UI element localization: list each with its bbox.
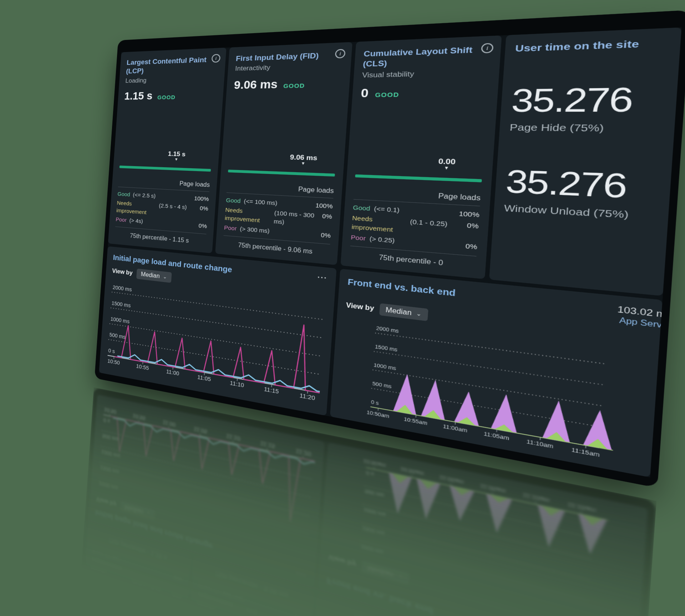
legend-name: Good	[352, 203, 370, 213]
svg-text:500 ms: 500 ms	[372, 380, 392, 389]
card-subtitle: Visual stability	[362, 68, 489, 79]
svg-text:1000 ms: 1000 ms	[110, 316, 130, 325]
view-by-dropdown[interactable]: Median ⌄	[379, 303, 428, 321]
legend-threshold: (100 ms - 300 ms)	[273, 209, 319, 229]
scene: i Largest Contentful Paint (LCP) Loading…	[106, 40, 534, 616]
view-by-label: View by	[112, 268, 133, 277]
bar-marker: 0.00 ▼	[438, 157, 456, 170]
legend-name: Good	[226, 196, 241, 205]
section-label: Page loads	[227, 183, 334, 199]
svg-text:0 s: 0 s	[108, 348, 115, 355]
svg-text:2000 ms: 2000 ms	[376, 325, 399, 334]
section-label: Page loads	[354, 188, 481, 206]
metric-value: 9.06 ms	[234, 78, 278, 92]
status-badge: GOOD	[375, 91, 400, 98]
legend-pct: 0%	[198, 221, 207, 230]
card-title: First Input Delay (FID)	[235, 50, 344, 63]
legend-pct: 100%	[458, 209, 480, 220]
chart-title: Front end vs. back end	[347, 277, 456, 298]
legend-name: Needs improvement	[224, 206, 271, 225]
svg-text:1000 ms: 1000 ms	[374, 362, 396, 371]
value-row: 1.15 s GOOD	[124, 89, 217, 102]
svg-text:10:55: 10:55	[136, 363, 149, 371]
legend-name: Good	[117, 190, 131, 198]
ellipsis-menu-icon[interactable]: ⋯	[317, 274, 328, 281]
metric-label: Page Hide (75%)	[509, 122, 663, 135]
svg-text:500 ms: 500 ms	[109, 332, 126, 340]
card-fid: i First Input Delay (FID) Interactivity …	[215, 42, 352, 265]
view-by-dropdown[interactable]: Median ⌄	[136, 268, 172, 283]
svg-text:10:55: 10:55	[132, 413, 146, 422]
tilted-plane: i Largest Contentful Paint (LCP) Loading…	[70, 10, 685, 616]
legend-name: Poor	[116, 215, 127, 224]
legend-name: Poor	[351, 233, 366, 243]
svg-text:11:20: 11:20	[295, 448, 311, 458]
card-title: Cumulative Layout Shift (CLS)	[362, 44, 491, 69]
svg-text:2000 ms: 2000 ms	[112, 284, 132, 292]
chart-legend: 103.02 ms App Server	[616, 304, 663, 331]
legend-name: Needs improvement	[351, 214, 406, 235]
card-user-time: User time on the site 35.276 Page Hide (…	[489, 27, 681, 296]
info-icon[interactable]: i	[212, 54, 221, 62]
legend-threshold: (0.1 - 0.25)	[410, 217, 463, 230]
card-title: Largest Contentful Paint (LCP)	[126, 55, 219, 76]
svg-text:11:15: 11:15	[264, 386, 279, 395]
marker-arrow-icon: ▼	[438, 166, 455, 170]
legend: Good (<= 100 ms) 100% Needs improvement …	[223, 196, 333, 245]
metric-value: 35.276	[505, 163, 660, 207]
svg-text:11:10: 11:10	[230, 380, 244, 389]
distribution-bar: 0.00 ▼	[355, 155, 483, 182]
legend-pct: 0%	[467, 221, 479, 231]
status-badge: GOOD	[283, 82, 305, 89]
card-subtitle: Interactivity	[235, 62, 343, 73]
svg-text:0 s: 0 s	[103, 417, 110, 424]
svg-text:1500 ms: 1500 ms	[111, 300, 131, 308]
legend: Good (<= 2.5 s) 100% Needs improvement (…	[115, 190, 209, 235]
legend-pct: 0%	[322, 211, 332, 221]
svg-text:10:50: 10:50	[107, 358, 120, 366]
card-initial-page-load: Initial page load and route change ⋯ Vie…	[99, 246, 336, 416]
section-label: Page loads	[118, 178, 210, 192]
good-bar	[228, 170, 335, 176]
dropdown-value: Median	[385, 306, 412, 317]
svg-text:500 ms: 500 ms	[102, 433, 118, 442]
view-by-label: View by	[346, 302, 374, 313]
svg-text:11:00am: 11:00am	[439, 474, 464, 486]
bar-marker: 1.15 s ▼	[168, 150, 186, 161]
svg-text:11:15: 11:15	[260, 440, 275, 450]
svg-text:500 ms: 500 ms	[365, 488, 384, 499]
card-subtitle: Loading	[125, 75, 218, 84]
card-title: User time on the site	[515, 37, 669, 54]
status-badge: GOOD	[157, 94, 176, 100]
metric-value: 35.276	[510, 80, 666, 120]
value-row: 9.06 ms GOOD	[234, 76, 342, 92]
svg-text:10:55am: 10:55am	[400, 466, 424, 477]
svg-text:11:00: 11:00	[162, 419, 176, 428]
svg-text:2000 ms: 2000 ms	[99, 480, 118, 491]
percentile-label: 75th percentile - 1.15 s	[115, 231, 206, 246]
chevron-down-icon: ⌄	[416, 311, 422, 316]
svg-text:10:50: 10:50	[104, 406, 117, 415]
distribution-bar: 1.15 s ▼	[120, 149, 212, 171]
marker-arrow-icon: ▼	[168, 158, 185, 161]
distribution-bar: 9.06 ms ▼	[228, 152, 336, 176]
svg-text:1000 ms: 1000 ms	[101, 448, 120, 459]
svg-text:11:00: 11:00	[166, 368, 179, 377]
card-lcp: i Largest Contentful Paint (LCP) Loading…	[108, 48, 227, 253]
svg-text:10:50am: 10:50am	[363, 458, 386, 469]
legend-pct: 0%	[321, 231, 331, 240]
legend-pct: 0%	[465, 241, 477, 251]
svg-text:2000 ms: 2000 ms	[361, 544, 384, 555]
card-cls: i Cumulative Layout Shift (CLS) Visual s…	[340, 35, 502, 279]
value-row: 0 GOOD	[360, 84, 488, 100]
svg-text:0 s: 0 s	[371, 399, 379, 406]
legend-pct: 100%	[315, 201, 333, 210]
legend-threshold: (2.5 s - 4 s)	[159, 201, 197, 212]
info-icon[interactable]: i	[335, 49, 346, 58]
svg-text:1500 ms: 1500 ms	[362, 525, 385, 537]
svg-text:1500 ms: 1500 ms	[100, 464, 119, 475]
dropdown-value: Median	[141, 271, 160, 280]
svg-text:0 s: 0 s	[366, 470, 374, 477]
svg-text:1500 ms: 1500 ms	[375, 344, 397, 353]
legend-name: Needs improvement	[116, 199, 157, 217]
